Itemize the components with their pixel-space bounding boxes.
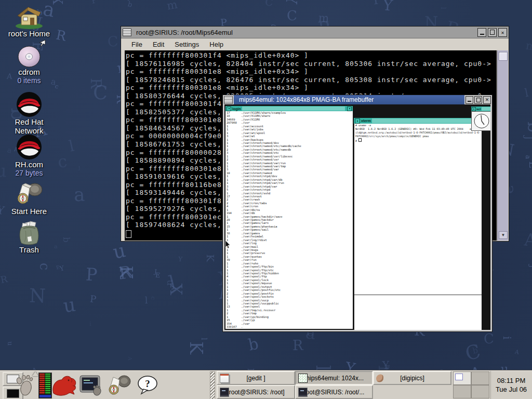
wallpaper-letter: m bbox=[525, 40, 532, 52]
wallpaper-letter: J bbox=[154, 269, 157, 275]
wallpaper-letter: K bbox=[188, 341, 205, 354]
wallpaper-letter: b bbox=[525, 122, 532, 132]
wallpaper-letter: R bbox=[292, 338, 303, 352]
digipics-task-icon bbox=[376, 374, 383, 382]
clock-time: 08:11 PM bbox=[497, 376, 526, 385]
desktop-icon-start-here[interactable]: Start Here bbox=[0, 181, 58, 216]
xterm-title: xterm bbox=[361, 119, 371, 123]
wallpaper-letter: A bbox=[514, 350, 520, 356]
wallpaper-letter: R bbox=[118, 263, 133, 282]
xterm-titlebar[interactable]: xterm bbox=[354, 118, 482, 124]
terminal-titlebar[interactable]: root@SIRIUS: /root/Mips64emul ✕ bbox=[121, 26, 509, 38]
minimize-button[interactable] bbox=[477, 28, 486, 37]
workspace-1[interactable] bbox=[453, 371, 471, 385]
task-label: [gedit ] bbox=[246, 375, 265, 382]
xterm-window[interactable]: xterm # uname -aNetBSD 1.6.2 NetBSD 1.6.… bbox=[354, 118, 482, 330]
wallpaper-letter: c bbox=[37, 262, 51, 270]
login-title: login bbox=[232, 107, 241, 111]
iconify-icon[interactable] bbox=[355, 118, 360, 124]
task-button[interactable]: [digipics] bbox=[373, 371, 451, 385]
icon-label: root's Home bbox=[0, 29, 58, 38]
wallpaper-letter: Y bbox=[284, 0, 298, 5]
task-button[interactable]: root@SIRIUS: /root/... bbox=[295, 385, 373, 399]
xclock-window[interactable]: xcl bbox=[471, 107, 490, 131]
terminal-line: [ 18578246815 cycles, 826476 instr/sec c… bbox=[126, 76, 497, 84]
menu-settings[interactable]: Settings bbox=[169, 41, 204, 48]
xterm-cursor bbox=[358, 138, 362, 142]
wallpaper-letter: C bbox=[107, 35, 118, 49]
task-button[interactable]: mips64emul: 1024x... bbox=[295, 371, 373, 385]
iconify-icon[interactable] bbox=[227, 107, 231, 111]
framebuffer-titlebar[interactable]: mips64emul: 1024x864x8 PMAG-BA framebuff… bbox=[223, 95, 492, 104]
wallpaper-letter: R bbox=[0, 274, 8, 285]
wallpaper-letter: Y bbox=[59, 265, 64, 273]
trash-icon bbox=[15, 220, 43, 245]
desktop-icon-rh-com[interactable]: RH.com 27 bytes bbox=[0, 134, 58, 177]
emulated-screen[interactable]: login 17./usr/X11R6/share/examples18./us… bbox=[224, 104, 490, 330]
panel-handle[interactable] bbox=[210, 371, 215, 399]
wallpaper-letter: c bbox=[150, 297, 156, 300]
desktop-icon-cdrom[interactable]: cdrom 0 items bbox=[0, 46, 58, 85]
menu-edit[interactable]: Edit bbox=[148, 41, 169, 48]
gedit-task-icon bbox=[220, 374, 229, 383]
wallpaper-letter: P bbox=[90, 0, 98, 5]
wallpaper-letter: l bbox=[68, 138, 75, 154]
wallpaper-letter: i bbox=[89, 321, 91, 327]
window-menu-icon[interactable] bbox=[123, 29, 131, 36]
wallpaper-letter: l bbox=[440, 7, 447, 9]
system-monitor-applet[interactable] bbox=[38, 373, 52, 398]
desktop-icon-roots-home[interactable]: root's Home bbox=[0, 5, 58, 38]
emulated-cursor-icon bbox=[225, 241, 231, 249]
close-button[interactable]: ✕ bbox=[483, 96, 491, 104]
login-xterm-window[interactable]: login 17./usr/X11R6/share/examples18./us… bbox=[225, 106, 353, 329]
terminal-scrollbar[interactable]: ▼ bbox=[497, 50, 508, 241]
login-titlebar[interactable]: login bbox=[225, 106, 353, 111]
maximize-button[interactable] bbox=[474, 96, 482, 104]
scrollbar-thumb[interactable] bbox=[499, 52, 508, 61]
workspace-2[interactable] bbox=[471, 371, 489, 385]
wallpaper-letter: P bbox=[89, 295, 97, 304]
swap-bar bbox=[39, 395, 51, 397]
maximize-button[interactable] bbox=[488, 28, 497, 37]
close-button[interactable]: ✕ bbox=[498, 28, 507, 37]
task-label: mips64emul: 1024x... bbox=[304, 375, 364, 382]
gnome-main-menu-icon[interactable] bbox=[16, 375, 33, 396]
task-label: [digipics] bbox=[400, 375, 424, 382]
wallpaper-letter: N bbox=[29, 287, 46, 306]
window-menu-icon[interactable] bbox=[224, 96, 233, 104]
wallpaper-letter: J bbox=[523, 136, 532, 140]
du-listing: 17./usr/X11R6/share/examples18./usr/X11R… bbox=[225, 111, 353, 329]
wallpaper-letter: Y bbox=[371, 0, 381, 7]
cdrom-icon bbox=[16, 46, 43, 68]
wallpaper-letter: u bbox=[7, 341, 13, 345]
help-launcher-icon[interactable]: ? bbox=[136, 375, 160, 395]
desktop-icon-trash[interactable]: Trash bbox=[0, 220, 58, 254]
terminal-launcher-icon[interactable] bbox=[79, 375, 103, 396]
wallpaper-letter: A bbox=[524, 231, 532, 249]
terminal-cursor bbox=[126, 230, 131, 238]
workspace-4[interactable] bbox=[471, 385, 489, 398]
wallpaper-letter: C bbox=[287, 8, 298, 22]
analog-clock-icon bbox=[471, 111, 490, 131]
minimize-button[interactable] bbox=[466, 96, 473, 104]
wallpaper-letter: P bbox=[85, 265, 98, 284]
applet-expand-arrow[interactable] bbox=[32, 371, 38, 376]
task-button[interactable]: [root@SIRIUS: /root] bbox=[217, 385, 295, 399]
framebuffer-window: mips64emul: 1024x864x8 PMAG-BA framebuff… bbox=[222, 95, 493, 332]
wallpaper-letter: i bbox=[501, 336, 512, 340]
start-here-icon bbox=[14, 181, 44, 207]
workspace-3[interactable] bbox=[453, 385, 471, 398]
xclock-titlebar[interactable]: xcl bbox=[471, 107, 490, 111]
cpu-bars bbox=[39, 374, 45, 394]
menu-file[interactable]: File bbox=[126, 41, 148, 48]
iconify-icon[interactable] bbox=[472, 107, 476, 111]
resize-icon[interactable] bbox=[347, 107, 352, 111]
task-button[interactable]: [gedit ] bbox=[217, 371, 295, 385]
scrollbar-down-arrow[interactable]: ▼ bbox=[499, 231, 508, 239]
menu-help[interactable]: Help bbox=[204, 41, 229, 48]
mozilla-launcher-icon[interactable] bbox=[51, 374, 77, 397]
desktop-icon-red-hat-network[interactable]: Red Hat Network bbox=[0, 91, 58, 135]
start-here-launcher-icon[interactable] bbox=[106, 374, 132, 397]
fb-task-icon bbox=[298, 374, 308, 383]
xterm-line: PATCH002/src/sys/arch/pmax/compile/GENER… bbox=[354, 135, 482, 138]
